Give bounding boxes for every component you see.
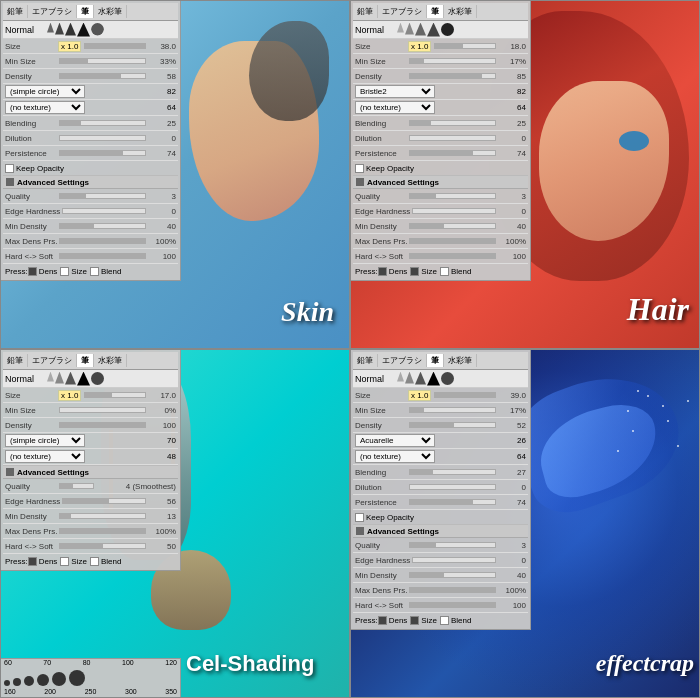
tab-pencil-skin[interactable]: 鉛筆 bbox=[3, 5, 28, 18]
texture-select-skin[interactable]: (no texture) bbox=[5, 101, 85, 114]
press-dens-cel[interactable]: Dens bbox=[28, 557, 58, 566]
minsize-track-hair[interactable] bbox=[409, 58, 496, 64]
dilution-track-hair[interactable] bbox=[409, 135, 496, 141]
maxdens-track-cel[interactable] bbox=[59, 528, 146, 534]
brush-s2-hair[interactable] bbox=[405, 23, 414, 35]
quality-track-effect[interactable] bbox=[409, 542, 496, 548]
brush-s4-hair[interactable] bbox=[427, 23, 440, 37]
tab-watercolor-skin[interactable]: 水彩筆 bbox=[94, 5, 127, 18]
brush-dot-1[interactable] bbox=[4, 680, 10, 686]
brush-dot-5[interactable] bbox=[52, 672, 66, 686]
brush-s4-cel[interactable] bbox=[77, 372, 90, 386]
brush-s1-cel[interactable] bbox=[47, 372, 54, 382]
edgehard-track-hair[interactable] bbox=[412, 208, 496, 214]
persistence-track-effect[interactable] bbox=[409, 499, 496, 505]
hardsoft-track-hair[interactable] bbox=[409, 253, 496, 259]
quality-track-cel[interactable] bbox=[59, 483, 94, 489]
tab-airbrush-hair[interactable]: エアブラシ bbox=[378, 5, 427, 18]
blending-track-hair[interactable] bbox=[409, 120, 496, 126]
brush-s1[interactable] bbox=[47, 23, 54, 33]
brush-s3-cel[interactable] bbox=[65, 372, 76, 385]
circle-select-cel[interactable]: (simple circle) bbox=[5, 434, 85, 447]
keep-opacity-check-effect[interactable] bbox=[355, 513, 364, 522]
tab-airbrush-skin[interactable]: エアブラシ bbox=[28, 5, 77, 18]
density-track-hair[interactable] bbox=[409, 73, 496, 79]
brush-dot-6[interactable] bbox=[69, 670, 85, 686]
persistence-track-skin[interactable] bbox=[59, 150, 146, 156]
tab-brush-effect[interactable]: 筆 bbox=[427, 354, 444, 367]
tab-watercolor-effect[interactable]: 水彩筆 bbox=[444, 354, 477, 367]
brush-dot-3[interactable] bbox=[24, 676, 34, 686]
press-dens-skin[interactable]: Dens bbox=[28, 267, 58, 276]
size-track-skin[interactable] bbox=[84, 43, 146, 49]
density-track-effect[interactable] bbox=[409, 422, 496, 428]
brush-s3-eff[interactable] bbox=[415, 372, 426, 385]
size-track-hair[interactable] bbox=[434, 43, 496, 49]
persistence-track-hair[interactable] bbox=[409, 150, 496, 156]
density-track-skin[interactable] bbox=[59, 73, 146, 79]
tab-pencil-effect[interactable]: 鉛筆 bbox=[353, 354, 378, 367]
press-size-cel[interactable]: Size bbox=[60, 557, 87, 566]
mindex-track-effect[interactable] bbox=[409, 572, 496, 578]
keep-opacity-check-skin[interactable] bbox=[5, 164, 14, 173]
brush-circle[interactable] bbox=[91, 23, 104, 36]
mindex-track-hair[interactable] bbox=[409, 223, 496, 229]
brush-s4[interactable] bbox=[77, 23, 90, 37]
minsize-track-skin[interactable] bbox=[59, 58, 146, 64]
minsize-track-cel[interactable] bbox=[59, 407, 146, 413]
advanced-header-skin[interactable]: Advanced Settings bbox=[3, 175, 178, 189]
brush-s4-eff[interactable] bbox=[427, 372, 440, 386]
brush-s3[interactable] bbox=[65, 23, 76, 36]
brush-dot-4[interactable] bbox=[37, 674, 49, 686]
texture-select-hair[interactable]: (no texture) bbox=[355, 101, 435, 114]
brush-s1-eff[interactable] bbox=[397, 372, 404, 382]
quality-track-hair[interactable] bbox=[409, 193, 496, 199]
tab-pencil-cel[interactable]: 鉛筆 bbox=[3, 354, 28, 367]
advanced-header-hair[interactable]: Advanced Settings bbox=[353, 175, 528, 189]
advanced-header-cel[interactable]: Advanced Settings bbox=[3, 465, 178, 479]
advanced-header-effect[interactable]: Advanced Settings bbox=[353, 524, 528, 538]
minsize-track-effect[interactable] bbox=[409, 407, 496, 413]
acuarelle-select-effect[interactable]: Acuarelle bbox=[355, 434, 435, 447]
texture-select-cel[interactable]: (no texture) bbox=[5, 450, 85, 463]
circle-select-skin[interactable]: (simple circle) bbox=[5, 85, 85, 98]
blending-track-skin[interactable] bbox=[59, 120, 146, 126]
dilution-track-skin[interactable] bbox=[59, 135, 146, 141]
hardsoft-track-cel[interactable] bbox=[59, 543, 146, 549]
tab-watercolor-hair[interactable]: 水彩筆 bbox=[444, 5, 477, 18]
edgehard-track-effect[interactable] bbox=[412, 557, 496, 563]
brush-circle-eff[interactable] bbox=[441, 372, 454, 385]
press-blend-hair[interactable]: Blend bbox=[440, 267, 471, 276]
texture-select-effect[interactable]: (no texture) bbox=[355, 450, 435, 463]
press-size-effect[interactable]: Size bbox=[410, 616, 437, 625]
edgehard-track-cel[interactable] bbox=[62, 498, 146, 504]
tab-airbrush-effect[interactable]: エアブラシ bbox=[378, 354, 427, 367]
brush-circle-hair[interactable] bbox=[441, 23, 454, 36]
brush-s2[interactable] bbox=[55, 23, 64, 35]
press-blend-effect[interactable]: Blend bbox=[440, 616, 471, 625]
hardsoft-track-skin[interactable] bbox=[59, 253, 146, 259]
edgehard-track-skin[interactable] bbox=[62, 208, 146, 214]
dilution-track-effect[interactable] bbox=[409, 484, 496, 490]
density-track-cel[interactable] bbox=[59, 422, 146, 428]
brush-s2-cel[interactable] bbox=[55, 372, 64, 384]
tab-pencil-hair[interactable]: 鉛筆 bbox=[353, 5, 378, 18]
size-track-cel[interactable] bbox=[84, 392, 146, 398]
maxdens-track-effect[interactable] bbox=[409, 587, 496, 593]
brush-s3-hair[interactable] bbox=[415, 23, 426, 36]
press-blend-skin[interactable]: Blend bbox=[90, 267, 121, 276]
size-track-effect[interactable] bbox=[434, 392, 496, 398]
press-size-skin[interactable]: Size bbox=[60, 267, 87, 276]
tab-brush-cel[interactable]: 筆 bbox=[77, 354, 94, 367]
press-dens-effect[interactable]: Dens bbox=[378, 616, 408, 625]
tab-airbrush-cel[interactable]: エアブラシ bbox=[28, 354, 77, 367]
quality-track-skin[interactable] bbox=[59, 193, 146, 199]
brush-s2-eff[interactable] bbox=[405, 372, 414, 384]
keep-opacity-check-hair[interactable] bbox=[355, 164, 364, 173]
size-multiplier-skin[interactable]: x 1.0 bbox=[58, 41, 81, 52]
press-dens-hair[interactable]: Dens bbox=[378, 267, 408, 276]
brush-dot-2[interactable] bbox=[13, 678, 21, 686]
size-mult-hair[interactable]: x 1.0 bbox=[408, 41, 431, 52]
size-mult-cel[interactable]: x 1.0 bbox=[58, 390, 81, 401]
mindex-track-cel[interactable] bbox=[59, 513, 146, 519]
